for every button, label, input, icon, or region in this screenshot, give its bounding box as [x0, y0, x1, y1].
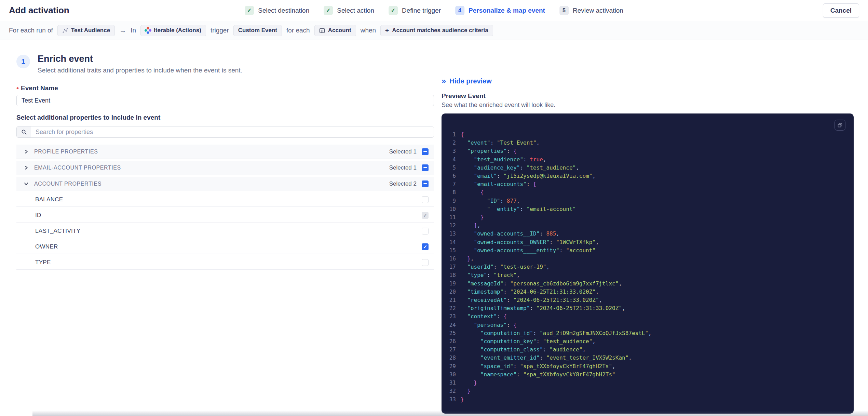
line-content: "timestamp": "2024-06-25T21:31:33.020Z", [461, 288, 599, 296]
code-line: 17 "userId": "test-user-19", [442, 263, 854, 271]
line-number: 22 [442, 304, 461, 312]
line-number: 33 [442, 395, 461, 404]
copy-button[interactable] [835, 120, 845, 131]
section-title: Enrich event [38, 54, 242, 64]
entity-chip[interactable]: Account [314, 25, 356, 36]
group-label: PROFILE PROPERTIES [34, 149, 98, 155]
step-label: Define trigger [402, 7, 441, 14]
property-row[interactable]: ID [16, 209, 434, 223]
property-label: BALANCE [35, 196, 63, 203]
line-content: } [461, 213, 484, 222]
line-number: 6 [442, 172, 461, 180]
property-checkbox[interactable] [422, 196, 429, 203]
line-number: 28 [442, 354, 461, 362]
line-number: 7 [442, 180, 461, 188]
property-checkbox[interactable] [422, 259, 429, 266]
destination-chip-label: Iterable (Actions) [154, 27, 201, 34]
line-content: "audience_key": "test_audience", [461, 164, 579, 172]
search-input[interactable] [31, 126, 434, 137]
code-line: 8 { [442, 188, 854, 197]
line-content: } [461, 395, 464, 404]
line-content: "computation_id": "aud_2iO9m2gSFmJNXCoQJ… [461, 329, 652, 337]
property-row[interactable]: OWNER [16, 240, 434, 254]
step-status-icon: 4 [455, 6, 464, 15]
group-checkbox[interactable] [422, 148, 429, 155]
code-line: 22 "originalTimestamp": "2024-06-25T21:3… [442, 304, 854, 312]
audience-chip[interactable]: Test Audience [57, 25, 115, 36]
line-number: 3 [442, 147, 461, 155]
line-number: 23 [442, 312, 461, 321]
code-line: 10 "__entity": "email-account" [442, 205, 854, 213]
step-status-icon: ✓ [324, 6, 333, 15]
code-content: 1{ 2 "event": "Test Event", 3 "propertie… [442, 131, 854, 404]
chevron-icon [24, 165, 29, 170]
line-content: "event_emitter_id": "event_tester_IVX5W2… [461, 354, 632, 362]
event-preview-code-panel: 1{ 2 "event": "Test Event", 3 "propertie… [442, 113, 854, 414]
wizard-step[interactable]: 4 Personalize & map event [455, 6, 545, 15]
group-checkbox[interactable] [422, 180, 429, 187]
line-number: 18 [442, 271, 461, 279]
line-content: "__entity": "email-account" [461, 205, 576, 213]
property-group-header[interactable]: EMAIL-ACCOUNT PROPERTIES Selected 1 [16, 161, 434, 175]
line-content: "originalTimestamp": "2024-06-25T21:31:3… [461, 304, 625, 312]
for-each-text: for each [286, 27, 310, 34]
property-row[interactable]: BALANCE [16, 193, 434, 207]
line-content: "properties": { [461, 147, 517, 155]
wizard-step[interactable]: ✓ Select action [324, 6, 374, 15]
hide-preview-link[interactable]: » Hide preview [442, 77, 492, 85]
entity-chip-label: Account [328, 27, 351, 34]
line-content: { [461, 131, 464, 139]
line-number: 32 [442, 387, 461, 395]
criteria-chip[interactable]: + Account matches audience criteria [380, 25, 493, 36]
line-number: 8 [442, 188, 461, 197]
line-content: "receivedAt": "2024-06-25T21:31:33.020Z"… [461, 296, 602, 304]
code-line: 4 "test_audience": true, [442, 156, 854, 164]
main-content: 1 Enrich event Select additional traits … [0, 40, 868, 414]
code-line: 3 "properties": { [442, 147, 854, 155]
arrow-right-icon: → [119, 27, 126, 35]
code-line: 14 "owned-accounts__OWNER": "1WCWrTXfkp"… [442, 238, 854, 246]
destination-chip[interactable]: Iterable (Actions) [140, 25, 206, 36]
property-checkbox[interactable] [422, 243, 429, 250]
property-row[interactable]: LAST_ACTIVITY [16, 224, 434, 238]
code-line: 1{ [442, 131, 854, 139]
code-line: 27 "computation_class": "audience", [442, 346, 854, 354]
preview-title: Preview Event [442, 92, 854, 100]
section-subtitle: Select additional traits and properties … [38, 67, 242, 74]
property-checkbox[interactable] [422, 212, 429, 219]
wizard-step[interactable]: 5 Review activation [559, 6, 623, 15]
code-line: 9 "ID": 877, [442, 197, 854, 205]
step-status-icon: ✓ [389, 6, 398, 15]
wizard-step[interactable]: ✓ Select destination [245, 6, 309, 15]
line-content: "space_id": "spa_tXXbfoyvCkY8rF47ghH2Ts"… [461, 362, 615, 371]
group-selected-count: Selected 1 [389, 148, 417, 155]
line-content: "owned-accounts__ID": 885, [461, 230, 559, 238]
line-number: 21 [442, 296, 461, 304]
line-number: 19 [442, 280, 461, 288]
property-label: OWNER [35, 243, 58, 250]
property-groups: PROFILE PROPERTIES Selected 1 EMAIL-ACCO… [16, 145, 434, 270]
property-checkbox[interactable] [422, 228, 429, 234]
wizard-step[interactable]: ✓ Define trigger [389, 6, 441, 15]
event-name-input[interactable] [16, 95, 434, 106]
chevron-icon [24, 182, 29, 186]
property-group-header[interactable]: PROFILE PROPERTIES Selected 1 [16, 145, 434, 159]
property-group-header[interactable]: ACCOUNT PROPERTIES Selected 2 [16, 177, 434, 191]
property-label: ID [35, 212, 41, 219]
line-number: 17 [442, 263, 461, 271]
code-line: 26 "computation_key": "test_audience", [442, 337, 854, 346]
line-content: "ID": 877, [461, 197, 520, 205]
group-label: EMAIL-ACCOUNT PROPERTIES [34, 165, 121, 171]
step-label: Select destination [258, 7, 309, 14]
line-number: 27 [442, 346, 461, 354]
code-line: 28 "event_emitter_id": "event_tester_IVX… [442, 354, 854, 362]
enrich-header: 1 Enrich event Select additional traits … [16, 54, 434, 74]
group-checkbox[interactable] [422, 164, 429, 171]
preview-subtitle: See what the enriched event will look li… [442, 102, 854, 109]
line-content: "messageId": "personas_cb6zdbo6im9g7xxf7… [461, 280, 622, 288]
cancel-button[interactable]: Cancel [823, 3, 859, 18]
event-type-chip[interactable]: Custom Event [233, 25, 282, 36]
property-row[interactable]: TYPE [16, 256, 434, 270]
step-label: Review activation [573, 7, 623, 14]
line-number: 2 [442, 139, 461, 147]
